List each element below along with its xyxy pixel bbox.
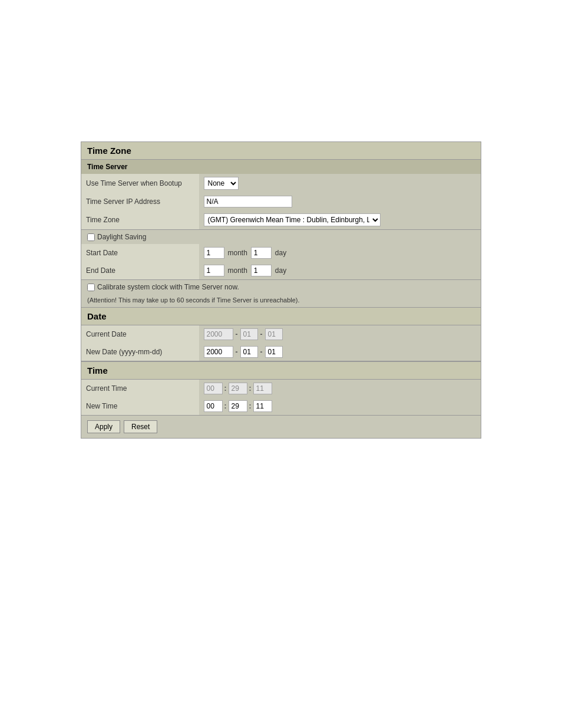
current-date-cell: - - xyxy=(199,325,481,343)
end-day-input[interactable] xyxy=(251,265,272,276)
new-time-cell: : : xyxy=(199,397,481,416)
start-date-cell: month day xyxy=(199,244,481,262)
new-time-sec[interactable] xyxy=(253,400,272,412)
new-date-cell: - - xyxy=(199,343,481,361)
current-time-hour xyxy=(204,383,223,394)
current-date-day xyxy=(265,328,283,340)
current-time-row: Current Time : : xyxy=(81,380,481,397)
new-date-month[interactable] xyxy=(240,346,258,358)
daylight-table: Start Date month day End Date month day xyxy=(81,244,481,280)
time-sep-1: : xyxy=(223,384,228,393)
ip-address-label: Time Server IP Address xyxy=(81,193,199,210)
time-zone-select[interactable]: (GMT) Greenwich Mean Time : Dublin, Edin… xyxy=(204,213,381,226)
date-table: Current Date - - New Date (yyyy-mm-dd) - xyxy=(81,325,481,361)
end-date-label: End Date xyxy=(81,262,199,280)
end-date-cell: month day xyxy=(199,262,481,280)
new-date-label: New Date (yyyy-mm-dd) xyxy=(81,343,199,361)
start-day-input[interactable] xyxy=(251,247,272,259)
time-server-table: Use Time Server when Bootup None NTP SNT… xyxy=(81,174,481,230)
new-date-sep-2: - xyxy=(259,348,264,356)
current-date-month xyxy=(240,328,258,340)
current-time-cell: : : xyxy=(199,380,481,397)
time-server-subtitle: Time Server xyxy=(81,160,481,174)
new-date-row: New Date (yyyy-mm-dd) - - xyxy=(81,343,481,361)
new-time-min[interactable] xyxy=(229,400,247,412)
new-time-label: New Time xyxy=(81,397,199,416)
start-date-row: Start Date month day xyxy=(81,244,481,262)
attention-row: (Attention! This may take up to 60 secon… xyxy=(81,294,481,307)
use-time-server-select[interactable]: None NTP SNTP xyxy=(204,177,239,190)
reset-button[interactable]: Reset xyxy=(124,420,157,433)
date-title: Date xyxy=(81,307,481,325)
daylight-saving-checkbox[interactable] xyxy=(87,233,95,241)
ip-address-row: Time Server IP Address xyxy=(81,193,481,210)
date-sep-2: - xyxy=(259,330,264,338)
apply-button[interactable]: Apply xyxy=(87,420,120,433)
current-date-row: Current Date - - xyxy=(81,325,481,343)
ip-address-cell xyxy=(199,193,481,210)
time-sep-2: : xyxy=(248,384,253,393)
use-time-server-cell: None NTP SNTP xyxy=(199,174,481,193)
time-table: Current Time : : New Time : : xyxy=(81,380,481,416)
page-wrapper: Time Zone Time Server Use Time Server wh… xyxy=(81,141,481,439)
new-time-sep-1: : xyxy=(223,402,228,410)
date-sep-1: - xyxy=(234,330,239,338)
daylight-saving-row: Daylight Saving xyxy=(81,230,481,244)
end-day-text: day xyxy=(275,266,286,275)
current-time-label: Current Time xyxy=(81,380,199,397)
time-title: Time xyxy=(81,361,481,380)
start-month-input[interactable] xyxy=(204,247,224,259)
new-time-row: New Time : : xyxy=(81,397,481,416)
calibrate-row: Calibrate system clock with Time Server … xyxy=(81,280,481,294)
start-day-text: day xyxy=(275,249,286,257)
new-time-sep-2: : xyxy=(248,402,253,410)
new-date-sep-1: - xyxy=(234,348,239,356)
new-time-hour[interactable] xyxy=(204,400,223,412)
current-time-sec xyxy=(253,383,272,394)
time-zone-label: Time Zone xyxy=(81,210,199,230)
calibrate-label: Calibrate system clock with Time Server … xyxy=(97,283,239,291)
use-time-server-row: Use Time Server when Bootup None NTP SNT… xyxy=(81,174,481,193)
current-time-min xyxy=(229,383,247,394)
calibrate-checkbox[interactable] xyxy=(87,284,95,291)
ip-address-input[interactable] xyxy=(204,196,292,207)
end-month-input[interactable] xyxy=(204,265,224,276)
end-date-row: End Date month day xyxy=(81,262,481,280)
current-date-year xyxy=(204,328,233,340)
time-zone-cell: (GMT) Greenwich Mean Time : Dublin, Edin… xyxy=(199,210,481,230)
end-month-text: month xyxy=(228,266,247,275)
start-month-text: month xyxy=(228,249,247,257)
daylight-saving-label: Daylight Saving xyxy=(97,233,146,241)
button-row: Apply Reset xyxy=(81,416,481,439)
time-zone-row: Time Zone (GMT) Greenwich Mean Time : Du… xyxy=(81,210,481,230)
main-title: Time Zone xyxy=(81,141,481,160)
new-date-day[interactable] xyxy=(265,346,283,358)
start-date-label: Start Date xyxy=(81,244,199,262)
new-date-year[interactable] xyxy=(204,346,233,358)
attention-text: (Attention! This may take up to 60 secon… xyxy=(87,297,300,304)
use-time-server-label: Use Time Server when Bootup xyxy=(81,174,199,193)
current-date-label: Current Date xyxy=(81,325,199,343)
